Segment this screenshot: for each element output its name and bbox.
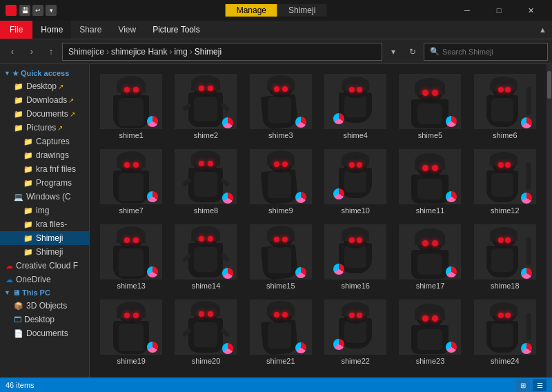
file-item-shime13[interactable]: shime13 [95, 220, 167, 293]
sidebar-item-kra-files[interactable]: 📁 kra files- [0, 217, 89, 231]
file-item-shime14[interactable]: shime14 [170, 220, 241, 293]
this-pc-arrow: ▼ [4, 289, 10, 296]
scrollbar[interactable] [546, 64, 552, 378]
minimize-button[interactable]: ─ [451, 0, 483, 21]
refresh-button[interactable]: ↻ [404, 43, 421, 61]
folder-icon-11: 📁 [23, 234, 33, 243]
tab-file[interactable]: File [0, 21, 32, 39]
file-name-shime19: shime19 [98, 357, 164, 365]
sidebar-section-quick-access[interactable]: ▼ ★ Quick access [0, 67, 89, 79]
nav-forward[interactable]: › [23, 43, 40, 60]
path-img: img [174, 47, 187, 57]
sidebar-item-pictures[interactable]: 📁 Pictures ↗ [0, 121, 89, 135]
file-name-shime11: shime11 [397, 206, 463, 215]
file-item-shime17[interactable]: shime17 [394, 220, 466, 293]
file-item-shime23[interactable]: shime23 [394, 295, 466, 368]
file-item-shime5[interactable]: shime5 [394, 70, 466, 142]
nav-back[interactable]: ‹ [4, 43, 21, 60]
file-thumb-shime14 [175, 224, 237, 280]
sidebar-label-desktop-pc: Desktop [24, 315, 55, 324]
sidebar-item-img[interactable]: 📁 img [0, 204, 89, 217]
sidebar-section-this-pc[interactable]: ▼ 🖥 This PC [0, 286, 89, 299]
file-name-shime24: shime24 [472, 357, 538, 365]
sidebar-label-desktop: Desktop [26, 81, 57, 91]
ribbon-collapse[interactable]: ▲ [539, 26, 546, 34]
this-pc-label: This PC [22, 288, 50, 297]
file-item-shime1[interactable]: shime1 [95, 70, 167, 142]
tab-home[interactable]: Home [32, 21, 71, 39]
file-item-shime2[interactable]: shime2 [170, 70, 241, 142]
quick-access-toolbar: 💾 ↩ ▾ [19, 5, 57, 16]
file-item-shime18[interactable]: shime18 [469, 220, 541, 293]
sidebar-label-downloads: Downloads [26, 95, 67, 105]
file-item-shime7[interactable]: shime7 [95, 145, 167, 217]
file-item-shime6[interactable]: shime6 [469, 70, 541, 142]
sidebar-item-programs[interactable]: 📁 Programs [0, 176, 89, 190]
file-item-shime15[interactable]: shime15 [245, 220, 317, 293]
folder-icon-10: 📁 [23, 220, 33, 229]
this-pc-icon: 🖥 [12, 288, 20, 297]
sidebar-item-downloads[interactable]: 📁 Downloads ↗ [0, 93, 89, 107]
sidebar-item-onedrive[interactable]: ☁ OneDrive [0, 273, 89, 286]
sidebar-item-drawings[interactable]: 📁 drawings [0, 148, 89, 162]
sidebar-item-desktop-pc[interactable]: 🗔 Desktop [0, 313, 89, 326]
file-thumb-shime7 [100, 149, 162, 204]
sidebar-item-kra-fnf[interactable]: 📁 kra fnf files [0, 162, 89, 176]
status-bar: 46 items ⊞ ☰ [0, 378, 552, 392]
sidebar: ▼ ★ Quick access 📁 Desktop ↗ 📁 Downloads… [0, 64, 90, 378]
file-item-shime16[interactable]: shime16 [319, 220, 391, 293]
quick-access-label: Quick access [21, 69, 69, 77]
file-name-shime21: shime21 [248, 357, 314, 365]
file-item-shime20[interactable]: shime20 [170, 295, 241, 368]
tab-view[interactable]: View [110, 21, 144, 39]
file-item-shime11[interactable]: shime11 [394, 145, 466, 217]
view-btn-grid[interactable]: ⊞ [516, 379, 530, 391]
address-path[interactable]: Shimejice › shimejice Hank › img › Shime… [62, 43, 382, 61]
address-bar: ‹ › ↑ Shimejice › shimejice Hank › img ›… [0, 39, 552, 64]
sidebar-item-desktop[interactable]: 📁 Desktop ↗ [0, 79, 89, 93]
file-item-shime8[interactable]: shime8 [170, 145, 241, 217]
search-input[interactable] [442, 48, 539, 56]
qs-more[interactable]: ▾ [46, 5, 57, 16]
file-thumb-shime20 [175, 300, 237, 355]
maximize-button[interactable]: □ [483, 0, 515, 21]
close-button[interactable]: ✕ [515, 0, 546, 21]
qs-save[interactable]: 💾 [19, 5, 30, 16]
file-name-shime17: shime17 [397, 282, 463, 290]
search-box[interactable]: 🔍 [424, 43, 548, 61]
file-item-shime12[interactable]: shime12 [469, 145, 541, 217]
address-dropdown[interactable]: ▾ [385, 43, 402, 61]
path-shimeji: Shimeji [195, 47, 221, 57]
file-item-shime19[interactable]: shime19 [95, 295, 167, 368]
file-item-shime10[interactable]: shime10 [319, 145, 391, 217]
qs-undo[interactable]: ↩ [32, 5, 43, 16]
file-item-shime9[interactable]: shime9 [245, 145, 317, 217]
file-thumb-shime24 [474, 300, 536, 355]
sidebar-item-documents-pc[interactable]: 📄 Documents [0, 326, 89, 340]
file-thumb-shime9 [250, 149, 312, 204]
sidebar-item-shimeji-selected[interactable]: 📁 Shimeji [0, 231, 89, 245]
file-thumb-shime21 [250, 300, 312, 355]
tab-picture-tools[interactable]: Picture Tools [144, 21, 208, 39]
file-item-shime4[interactable]: shime4 [319, 70, 391, 142]
nav-up[interactable]: ↑ [43, 43, 59, 60]
folder-icon-6: 📁 [23, 151, 33, 160]
sidebar-item-shimeji-2[interactable]: 📁 Shimeji [0, 245, 89, 259]
file-item-shime21[interactable]: shime21 [245, 295, 317, 368]
sidebar-item-windows-c[interactable]: 💻 Windows (C [0, 190, 89, 204]
file-item-shime22[interactable]: shime22 [319, 295, 391, 368]
file-item-shime24[interactable]: shime24 [469, 295, 541, 368]
pin-icon-2: ↗ [68, 97, 74, 104]
view-btn-list[interactable]: ☰ [533, 379, 546, 391]
sidebar-item-documents[interactable]: 📁 Documents ↗ [0, 107, 89, 121]
file-thumb-shime11 [399, 149, 461, 204]
app-icon [6, 5, 17, 16]
sidebar-item-3d-objects[interactable]: 📦 3D Objects [0, 299, 89, 313]
sidebar-label-shimeji-2: Shimeji [36, 247, 63, 257]
file-item-shime3[interactable]: shime3 [245, 70, 317, 142]
tab-share[interactable]: Share [71, 21, 110, 39]
file-name-shime7: shime7 [98, 206, 164, 215]
sidebar-item-creative-cloud[interactable]: ☁ Creative Cloud F [0, 259, 89, 273]
sidebar-item-captures[interactable]: 📁 Captures [0, 135, 89, 148]
file-area: shime1 shime2 [90, 64, 546, 378]
